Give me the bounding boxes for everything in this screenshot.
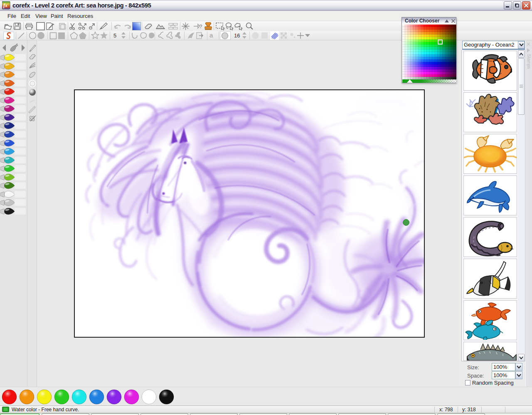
svg-text:fx: fx — [3, 2, 7, 8]
svg-text:?: ? — [199, 23, 202, 30]
